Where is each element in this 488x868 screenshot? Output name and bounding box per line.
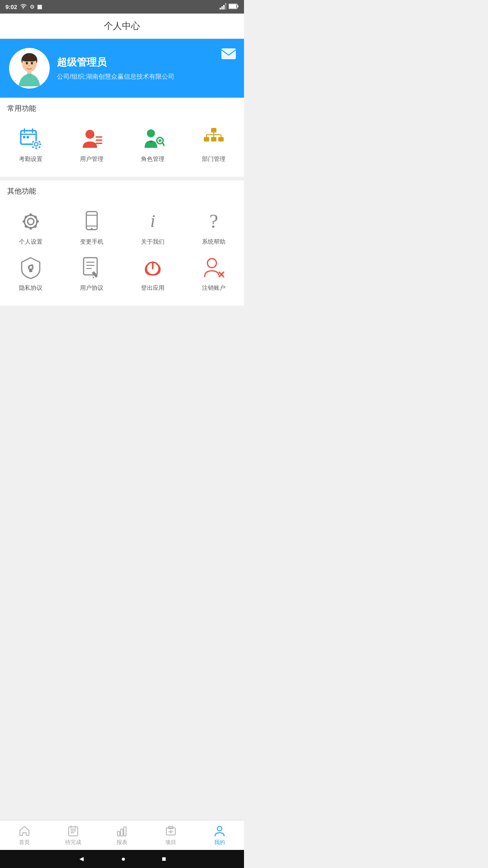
privacy-policy-item[interactable]: 隐私协议 (0, 250, 61, 297)
about-us-item[interactable]: i 关于我们 (122, 204, 183, 250)
common-functions-section: 常用功能 (0, 98, 244, 177)
svg-rect-3 (223, 5, 225, 9)
mail-icon[interactable] (221, 46, 237, 62)
other-functions-title: 其他功能 (0, 180, 244, 200)
status-time: 9:02 (5, 4, 17, 10)
svg-point-66 (91, 228, 93, 230)
privacy-policy-icon (18, 255, 43, 280)
spacer (0, 309, 244, 398)
media-icon: ⊙ (30, 4, 34, 10)
user-agreement-icon (79, 255, 104, 280)
system-help-icon: ? (201, 209, 226, 234)
svg-rect-58 (36, 221, 39, 223)
svg-rect-28 (31, 144, 33, 145)
profile-name: 超级管理员 (57, 56, 235, 69)
user-management-label: 用户管理 (80, 155, 103, 163)
svg-rect-7 (238, 5, 239, 7)
svg-text:i: i (150, 211, 155, 231)
common-functions-grid: 考勤设置 用户管理 (0, 117, 244, 177)
logout-item[interactable]: 登出应用 (122, 250, 183, 297)
svg-rect-46 (211, 137, 216, 142)
personal-settings-label: 个人设置 (19, 238, 42, 246)
svg-rect-26 (35, 139, 37, 141)
svg-rect-2 (221, 6, 223, 9)
svg-rect-45 (204, 137, 209, 142)
dept-management-item[interactable]: 部门管理 (183, 122, 244, 168)
svg-rect-29 (39, 144, 41, 145)
svg-point-13 (31, 62, 33, 65)
system-help-item[interactable]: ? 系统帮助 (183, 204, 244, 250)
svg-rect-1 (220, 8, 221, 9)
wifi-icon: ? (20, 3, 27, 11)
dept-management-icon (201, 126, 226, 151)
svg-point-38 (147, 129, 155, 137)
other-functions-section: 其他功能 个人设置 (0, 180, 244, 306)
profile-org: 公司/组织:湖南创慧众赢信息技术有限公司 (57, 73, 235, 81)
svg-rect-70 (29, 269, 32, 272)
svg-rect-56 (29, 227, 32, 230)
svg-rect-57 (23, 221, 25, 223)
personal-settings-icon (18, 209, 43, 234)
signal-icon (220, 3, 227, 11)
attendance-settings-label: 考勤设置 (19, 155, 42, 163)
user-management-icon (79, 126, 104, 151)
svg-rect-47 (218, 137, 224, 142)
svg-rect-55 (29, 213, 32, 216)
svg-point-25 (35, 143, 38, 146)
page-title: 个人中心 (0, 14, 244, 39)
user-management-item[interactable]: 用户管理 (61, 122, 122, 168)
svg-point-34 (85, 130, 94, 139)
svg-point-14 (28, 65, 30, 66)
avatar (9, 48, 50, 89)
privacy-policy-label: 隐私协议 (19, 284, 42, 292)
deactivate-account-label: 注销账户 (202, 284, 225, 292)
svg-rect-27 (35, 147, 37, 149)
status-bar: 9:02 ? ⊙ ▦ (0, 0, 244, 14)
role-management-icon (140, 126, 165, 151)
deactivate-account-icon (201, 255, 226, 280)
logout-icon (140, 255, 165, 280)
svg-rect-63 (86, 212, 97, 230)
battery-icon (229, 4, 239, 10)
svg-text:?: ? (22, 7, 24, 9)
dept-management-label: 部门管理 (202, 155, 225, 163)
change-phone-icon (79, 209, 104, 234)
svg-rect-44 (211, 128, 216, 132)
svg-rect-16 (221, 48, 236, 59)
profile-info: 超级管理员 公司/组织:湖南创慧众赢信息技术有限公司 (57, 56, 235, 81)
svg-point-54 (28, 218, 34, 225)
svg-rect-71 (84, 258, 97, 275)
common-functions-title: 常用功能 (0, 98, 244, 117)
other-functions-grid: 个人设置 变更手机 i 关于我们 (0, 200, 244, 306)
svg-rect-22 (27, 136, 29, 138)
svg-point-12 (26, 62, 28, 65)
profile-header: 超级管理员 公司/组织:湖南创慧众赢信息技术有限公司 (0, 39, 244, 98)
role-management-item[interactable]: 角色管理 (122, 122, 183, 168)
system-help-label: 系统帮助 (202, 238, 225, 246)
role-management-label: 角色管理 (141, 155, 164, 163)
about-us-label: 关于我们 (141, 238, 164, 246)
user-agreement-label: 用户协议 (80, 284, 103, 292)
svg-rect-61 (24, 225, 28, 228)
svg-rect-11 (22, 56, 37, 61)
svg-point-40 (159, 139, 161, 142)
change-phone-label: 变更手机 (80, 238, 103, 246)
svg-rect-21 (23, 136, 25, 138)
logout-label: 登出应用 (141, 284, 164, 292)
attendance-icon (18, 126, 43, 151)
deactivate-account-item[interactable]: 注销账户 (183, 250, 244, 297)
user-agreement-item[interactable]: 用户协议 (61, 250, 122, 297)
sim-icon: ▦ (37, 4, 42, 10)
svg-text:?: ? (209, 210, 218, 232)
svg-point-77 (207, 259, 216, 268)
attendance-settings-item[interactable]: 考勤设置 (0, 122, 61, 168)
about-us-icon: i (140, 209, 165, 234)
personal-settings-item[interactable]: 个人设置 (0, 204, 61, 250)
change-phone-item[interactable]: 变更手机 (61, 204, 122, 250)
svg-rect-8 (229, 5, 236, 8)
svg-rect-60 (33, 225, 37, 228)
